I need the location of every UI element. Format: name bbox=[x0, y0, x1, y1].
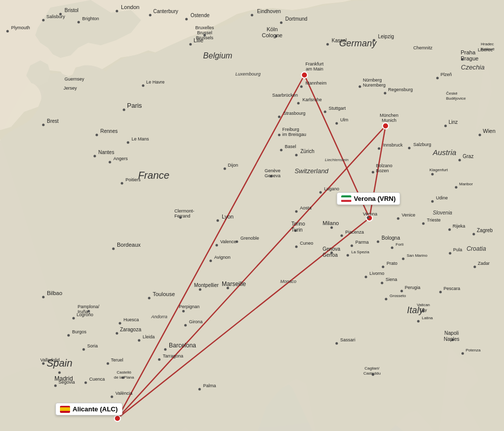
svg-point-161 bbox=[439, 291, 442, 294]
svg-point-101 bbox=[445, 125, 447, 127]
svg-point-223 bbox=[158, 358, 161, 361]
svg-point-26 bbox=[149, 14, 152, 17]
svg-point-151 bbox=[365, 276, 367, 278]
verona-label-text: Verona (VRN) bbox=[354, 195, 396, 202]
svg-text:Salisbury: Salisbury bbox=[46, 14, 66, 19]
svg-text:Brighton: Brighton bbox=[82, 16, 99, 21]
svg-text:Grosseto: Grosseto bbox=[390, 294, 406, 298]
svg-point-217 bbox=[182, 310, 185, 313]
svg-text:Zagreb: Zagreb bbox=[477, 228, 493, 233]
svg-text:Slovenia: Slovenia bbox=[433, 210, 453, 216]
svg-point-155 bbox=[381, 282, 384, 284]
svg-text:České: České bbox=[446, 91, 458, 96]
svg-text:Bordeaux: Bordeaux bbox=[117, 242, 141, 248]
svg-point-28 bbox=[116, 10, 118, 13]
svg-text:Perpignan: Perpignan bbox=[179, 304, 200, 309]
svg-text:Prague: Prague bbox=[461, 55, 478, 61]
svg-text:Siena: Siena bbox=[386, 277, 397, 282]
svg-point-75 bbox=[278, 134, 281, 136]
svg-text:Andorra: Andorra bbox=[151, 314, 167, 319]
svg-point-121 bbox=[474, 266, 476, 268]
svg-text:Marseille: Marseille bbox=[222, 280, 246, 288]
svg-text:Ferrand: Ferrand bbox=[174, 213, 191, 219]
svg-point-166 bbox=[417, 320, 420, 323]
svg-text:Bilbao: Bilbao bbox=[47, 290, 62, 296]
svg-text:Le Havre: Le Havre bbox=[146, 80, 165, 85]
svg-text:Saarbrücken: Saarbrücken bbox=[272, 93, 298, 98]
svg-point-261 bbox=[7, 30, 9, 33]
svg-point-257 bbox=[78, 21, 80, 24]
svg-text:Huesca: Huesca bbox=[123, 317, 139, 322]
svg-point-231 bbox=[42, 296, 45, 299]
svg-text:Munich: Munich bbox=[382, 118, 396, 123]
svg-text:Le Mans: Le Mans bbox=[132, 136, 149, 141]
svg-text:Latina: Latina bbox=[422, 316, 433, 320]
svg-text:Mannheim: Mannheim bbox=[305, 81, 327, 86]
svg-text:Verona: Verona bbox=[363, 211, 377, 217]
svg-point-145 bbox=[377, 241, 380, 243]
svg-text:Plzeň: Plzeň bbox=[440, 72, 452, 77]
svg-point-78 bbox=[280, 149, 283, 152]
svg-text:Linz: Linz bbox=[449, 119, 458, 125]
svg-text:Jersey: Jersey bbox=[64, 86, 77, 91]
svg-point-157 bbox=[401, 290, 403, 293]
svg-point-37 bbox=[251, 14, 254, 17]
svg-text:Palma: Palma bbox=[203, 383, 216, 388]
svg-text:Angers: Angers bbox=[113, 156, 128, 161]
svg-point-66 bbox=[359, 86, 361, 88]
svg-text:Paris: Paris bbox=[127, 102, 142, 109]
svg-point-190 bbox=[127, 141, 130, 144]
svg-text:Bologna: Bologna bbox=[382, 235, 400, 241]
svg-text:Tarragona: Tarragona bbox=[163, 353, 183, 358]
svg-point-130 bbox=[397, 218, 400, 220]
svg-text:Pula: Pula bbox=[453, 247, 462, 252]
svg-text:de la Plana: de la Plana bbox=[114, 375, 135, 380]
svg-text:Austria: Austria bbox=[432, 148, 457, 157]
svg-point-188 bbox=[109, 161, 111, 164]
svg-point-85 bbox=[378, 148, 381, 150]
svg-text:Castelló: Castelló bbox=[117, 370, 132, 375]
svg-text:Clermont-: Clermont- bbox=[174, 208, 195, 213]
svg-text:Aosta: Aosta bbox=[300, 205, 311, 210]
svg-point-138 bbox=[351, 245, 353, 247]
svg-text:Králové: Králové bbox=[481, 47, 495, 51]
svg-point-219 bbox=[184, 324, 187, 327]
svg-point-105 bbox=[459, 159, 461, 162]
svg-point-197 bbox=[224, 168, 226, 170]
svg-text:Potenza: Potenza bbox=[466, 348, 481, 352]
svg-point-143 bbox=[347, 254, 349, 257]
svg-text:Guernsey: Guernsey bbox=[65, 77, 85, 82]
svg-text:Ostende: Ostende bbox=[191, 13, 210, 18]
svg-text:France: France bbox=[138, 170, 169, 181]
svg-text:Milano: Milano bbox=[323, 220, 339, 226]
svg-point-8 bbox=[301, 72, 307, 78]
svg-text:Klagenfurt: Klagenfurt bbox=[429, 168, 448, 172]
svg-point-119 bbox=[449, 252, 452, 255]
svg-text:Dortmund: Dortmund bbox=[285, 16, 307, 22]
svg-point-186 bbox=[94, 155, 96, 158]
svg-text:Luxembourg: Luxembourg bbox=[235, 71, 261, 77]
svg-point-192 bbox=[121, 182, 123, 185]
svg-text:Lugano: Lugano bbox=[324, 186, 339, 191]
svg-text:im Breisgau: im Breisgau bbox=[282, 132, 306, 137]
svg-point-153 bbox=[382, 266, 385, 268]
svg-text:City: City bbox=[420, 308, 427, 312]
svg-point-149 bbox=[402, 258, 405, 260]
svg-text:Karlsruhe: Karlsruhe bbox=[302, 97, 322, 102]
svg-text:Frankfurt: Frankfurt bbox=[305, 61, 324, 66]
map-svg: Belgium Germany France Switzerland Austr… bbox=[0, 0, 504, 431]
svg-text:London: London bbox=[121, 4, 140, 10]
svg-text:München: München bbox=[380, 113, 398, 118]
svg-point-250 bbox=[107, 363, 109, 365]
svg-point-60 bbox=[297, 102, 300, 105]
svg-text:Torino: Torino bbox=[291, 221, 305, 227]
svg-point-227 bbox=[119, 322, 121, 325]
svg-text:San Marino: San Marino bbox=[407, 253, 427, 258]
svg-text:Plymouth: Plymouth bbox=[11, 25, 30, 30]
svg-text:Lleida: Lleida bbox=[143, 334, 155, 339]
svg-text:Pescara: Pescara bbox=[444, 286, 460, 291]
svg-text:Regensburg: Regensburg bbox=[388, 87, 413, 92]
svg-point-9 bbox=[383, 123, 389, 129]
svg-point-32 bbox=[123, 109, 125, 111]
svg-point-244 bbox=[54, 385, 57, 387]
